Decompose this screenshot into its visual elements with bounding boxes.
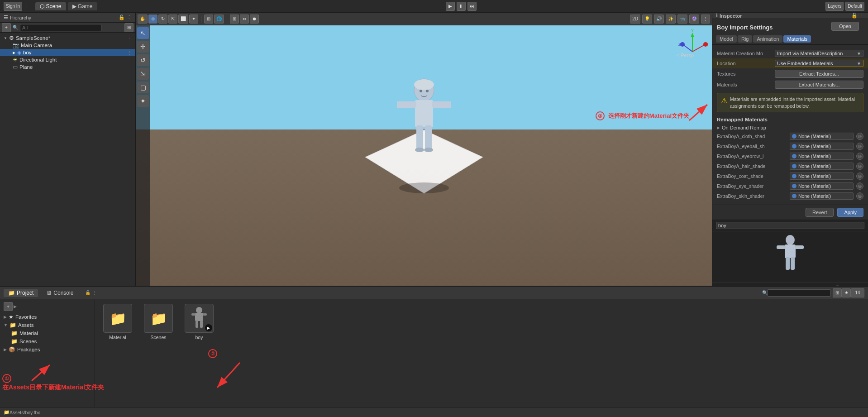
scene-view-wrapper: ↖ ✛ ↺ ⇲ ▢ ✦ [136, 25, 712, 286]
annotation-2-arrow [208, 358, 244, 394]
fav-icon-btn[interactable]: ★ [842, 288, 851, 297]
extract-textures-btn[interactable]: Extract Textures... [775, 70, 863, 78]
mat-target-5[interactable]: ◎ [856, 182, 863, 190]
scene-view[interactable]: ↖ ✛ ↺ ⇲ ▢ ✦ [136, 25, 712, 286]
panel-menu-icon[interactable]: ⋮ [92, 290, 97, 295]
pause-btn[interactable]: ⏸ [457, 2, 466, 11]
revert-btn[interactable]: Revert [806, 208, 834, 217]
mat-target-4[interactable]: ◎ [856, 173, 863, 180]
asset-material[interactable]: 📁 Material [100, 304, 136, 340]
scene-menu-icon[interactable]: ⋮ [127, 36, 132, 41]
plane-icon: ▭ [13, 64, 18, 70]
inspector-menu-icon[interactable]: ⋮ [859, 13, 864, 19]
tree-favorites[interactable]: ▶ ★ Favorites [0, 313, 95, 321]
tab-model[interactable]: Model [716, 35, 737, 43]
layout2-btn[interactable]: Default [845, 2, 864, 11]
hierarchy-lock-icon[interactable]: 🔓 [119, 14, 125, 20]
2d-btn[interactable]: 2D [630, 14, 640, 24]
mat-val-0[interactable]: None (Material) [790, 133, 854, 140]
layout-btn[interactable]: Layers [825, 2, 844, 11]
tab-scene[interactable]: ⬡ Scene [35, 2, 66, 10]
console-label: Console [53, 290, 73, 296]
hierarchy-item-directional-light[interactable]: ☀ Directional Light [0, 56, 135, 63]
mat-val-1[interactable]: None (Material) [790, 143, 854, 150]
mat-target-2[interactable]: ◎ [856, 153, 863, 160]
mat-target-1[interactable]: ◎ [856, 143, 863, 150]
asset-boy[interactable]: ▶ boy [181, 304, 217, 340]
audio-btn[interactable]: 🔊 [654, 14, 664, 24]
asset-scenes[interactable]: 📁 Scenes [140, 304, 176, 340]
inspector-tabs: Model Rig Animation Materials [712, 34, 868, 45]
mat-val-2[interactable]: None (Material) [790, 153, 854, 160]
gizmos-btn[interactable]: 🔮 [689, 14, 699, 24]
rotate-tool[interactable]: ↻ [158, 14, 167, 24]
transform-tool[interactable]: ✦ [189, 14, 198, 24]
sign-in-btn[interactable]: Sign In [4, 2, 22, 11]
move-icon-btn[interactable]: ✛ [137, 41, 149, 53]
hierarchy-search[interactable] [20, 24, 101, 31]
fx-btn[interactable]: ✨ [666, 14, 676, 24]
tab-project[interactable]: 📁 Project [4, 289, 38, 297]
mat-val-3[interactable]: None (Material) [790, 163, 854, 170]
play-btn[interactable]: ▶ [446, 2, 455, 11]
location-value[interactable]: Use Embedded Materials ▼ [775, 60, 863, 67]
mat-val-5[interactable]: None (Material) [790, 182, 854, 190]
svg-rect-28 [786, 257, 790, 270]
hierarchy-item-boy[interactable]: ▶ ◈ boy ⋮ [0, 49, 135, 56]
rotate-icon-btn[interactable]: ↺ [137, 54, 149, 66]
dropdown-arrow-2: ▼ [857, 61, 861, 66]
preview-name-input[interactable] [716, 222, 864, 229]
bottom-search-input[interactable] [768, 289, 831, 297]
hierarchy-add-btn[interactable]: + [2, 23, 11, 32]
tab-game[interactable]: ▶ Game [68, 2, 97, 10]
select-icon-btn[interactable]: ↖ [137, 27, 149, 39]
mat-target-6[interactable]: ◎ [856, 192, 863, 200]
tree-packages[interactable]: ▶ 📦 Packages [0, 345, 95, 354]
apply-btn[interactable]: Apply [837, 208, 863, 217]
tree-scenes[interactable]: 📁 Scenes [0, 337, 95, 345]
hierarchy-item-main-camera[interactable]: 📷 Main Camera [0, 42, 135, 49]
tab-animation[interactable]: Animation [753, 35, 782, 43]
mat-val-4[interactable]: None (Material) [790, 173, 854, 180]
scale-icon-btn[interactable]: ⇲ [137, 68, 149, 80]
mat-target-0[interactable]: ◎ [856, 133, 863, 140]
light-btn[interactable]: 💡 [642, 14, 652, 24]
tab-materials[interactable]: Materials [783, 35, 811, 43]
snap-btn[interactable]: ⊞ [230, 14, 239, 24]
scenes-thumb: 📁 [144, 304, 173, 333]
add-asset-btn[interactable]: + [4, 302, 13, 311]
on-demand-row[interactable]: ▶ On Demand Remap [712, 124, 868, 131]
multi-icon-btn[interactable]: ✦ [137, 95, 149, 107]
chevron-icon: ▶ [14, 304, 17, 309]
move-tool[interactable]: ⊕ [148, 14, 157, 24]
tree-assets[interactable]: ▼ 📁 Assets [0, 321, 95, 329]
hand-tool[interactable]: ✋ [138, 14, 148, 24]
step-btn[interactable]: ⏭ [467, 2, 477, 11]
scale-tool[interactable]: ⇱ [168, 14, 177, 24]
hierarchy-item-samplescene[interactable]: ▼ ⚙ SampleScene* ⋮ [0, 34, 135, 42]
rect-icon-btn[interactable]: ▢ [137, 81, 149, 93]
tab-console[interactable]: 🖥 Console [42, 289, 78, 297]
lock-panel-icon[interactable]: 🔓 [85, 290, 91, 295]
inspector-lock-icon[interactable]: 🔓 [851, 13, 858, 19]
snap2-btn[interactable]: ⇔ [240, 14, 249, 24]
boy-menu-icon[interactable]: ⋮ [127, 50, 132, 55]
mat-target-3[interactable]: ◎ [856, 163, 863, 170]
scene-menu-btn[interactable]: ⋮ [701, 14, 710, 24]
extract-materials-btn[interactable]: Extract Materials... [775, 81, 863, 89]
tab-rig[interactable]: Rig [738, 35, 753, 43]
hierarchy-menu-icon[interactable]: ⋮ [127, 14, 132, 20]
rect-tool[interactable]: ⬜ [178, 14, 188, 24]
snap3-btn[interactable]: ⏺ [250, 14, 259, 24]
material-creation-value[interactable]: Import via MaterialDescription ▼ [775, 50, 863, 57]
open-btn[interactable]: Open [831, 22, 859, 31]
camera-btn[interactable]: 📹 [677, 14, 687, 24]
pivot-btn[interactable]: ⊞ [204, 14, 213, 24]
mat-val-6[interactable]: None (Material) [790, 192, 854, 200]
project-icon: 📁 [8, 290, 15, 296]
col-view-btn[interactable]: ⊞ [833, 288, 842, 297]
global-btn[interactable]: 🌐 [214, 14, 224, 24]
hierarchy-item-plane[interactable]: ▭ Plane [0, 63, 135, 71]
tree-material[interactable]: 📁 Material [0, 329, 95, 337]
hierarchy-filter-btn[interactable]: ⊞ [124, 23, 134, 32]
